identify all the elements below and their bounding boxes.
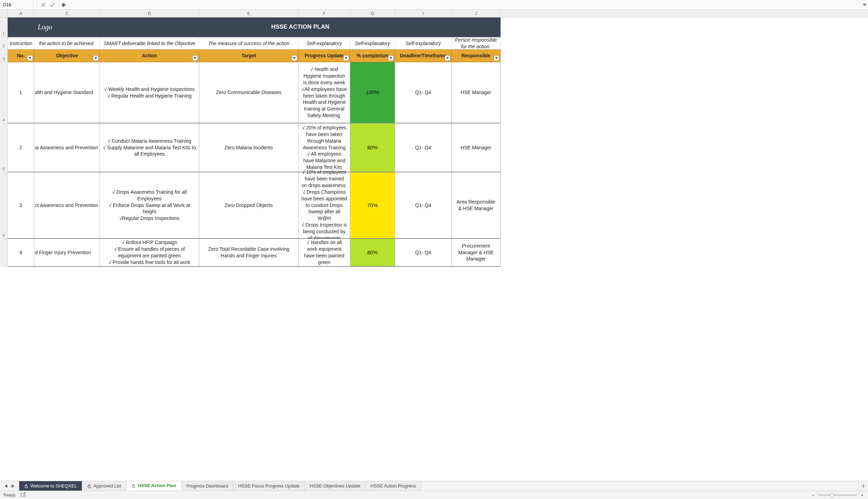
cell-progress[interactable]: √ 20% of employees have been taken throu… — [299, 123, 350, 172]
cell-deadline[interactable]: Q1- Q4 — [395, 172, 452, 239]
cell-no[interactable]: 4 — [8, 239, 34, 267]
filter-dropdown-icon[interactable] — [93, 55, 99, 61]
svg-rect-1 — [88, 486, 91, 488]
filter-dropdown-icon[interactable] — [292, 55, 297, 61]
row-header[interactable]: 6 — [0, 172, 8, 239]
cell-target[interactable]: Zero Total Recordable Case involving Han… — [199, 239, 299, 267]
hdr-responsible[interactable]: Responsible — [452, 50, 501, 62]
sheet-tab-label: HSSE Action Plan — [138, 483, 176, 488]
col-header-i[interactable]: I — [395, 10, 452, 17]
cell-action[interactable]: √ Conduct Malaria Awareness Training √ S… — [100, 123, 199, 172]
sheet-tab[interactable]: HSSE Action Progress — [366, 481, 421, 491]
sheet-tab[interactable]: HSSE Action Plan — [127, 481, 181, 491]
cell-completion[interactable]: 80% — [350, 239, 395, 267]
cell-completion[interactable]: 70% — [350, 172, 395, 239]
zoom-slider[interactable] — [818, 494, 857, 496]
cell-deadline[interactable]: Q1- Q4 — [395, 123, 452, 172]
cell-completion[interactable]: 80% — [350, 123, 395, 172]
instr-instruction-f: Self-explanatory — [299, 37, 350, 50]
cell-deadline[interactable]: Q1- Q4 — [395, 239, 452, 267]
hdr-action[interactable]: Action — [100, 50, 199, 62]
cell-responsible[interactable]: HSE Manager — [452, 123, 501, 172]
hdr-objective[interactable]: Objective — [34, 50, 100, 62]
cell-completion[interactable]: 100% — [350, 62, 395, 123]
zoom-control: − + — [811, 493, 865, 498]
name-box-input[interactable] — [3, 2, 62, 7]
name-box-wrap — [0, 0, 33, 9]
cell-responsible[interactable]: Procurement Manager & HSE Manager — [452, 239, 501, 267]
tab-prev-icon[interactable] — [3, 483, 9, 489]
sheet-tab[interactable]: Approved List — [82, 481, 127, 491]
cell-responsible[interactable]: HSE Manager — [452, 62, 501, 123]
col-header-j[interactable]: J — [452, 10, 501, 17]
cell-no[interactable]: 1 — [8, 62, 34, 123]
sheet-tab-bar: Welcome to SHEQXELApproved ListHSSE Acti… — [0, 481, 868, 491]
sheet-tab-label: Progress Dashboard — [186, 483, 228, 489]
name-box-steppers[interactable] — [62, 2, 65, 8]
instr-instruction-e: The measure of success of the action — [199, 37, 299, 50]
filter-dropdown-icon[interactable] — [445, 55, 450, 61]
row-header[interactable]: 3 — [0, 50, 8, 62]
sheet-tab-label: HSSE Focus Progress Update — [238, 483, 300, 489]
cell-deadline[interactable]: Q1- Q4 — [395, 62, 452, 123]
cell-target[interactable]: Zero Dropped Objects — [199, 172, 299, 239]
col-header-e[interactable]: E — [199, 10, 299, 17]
cell-objective[interactable]: ia Awareness and Prevention — [34, 123, 100, 172]
sheet-tab[interactable]: Progress Dashboard — [181, 481, 233, 491]
row-header[interactable]: 1 — [0, 17, 8, 37]
hdr-deadline[interactable]: Deadline/Timeframe — [395, 50, 452, 62]
zoom-in-button[interactable]: + — [860, 493, 865, 498]
tab-next-icon[interactable] — [10, 483, 16, 489]
cell-objective[interactable]: alth and Hygiene Standard — [34, 62, 100, 123]
instr-instruction-c: the action to be achieved. — [34, 37, 100, 50]
col-header-f[interactable]: F — [299, 10, 350, 17]
sheet-tab[interactable]: Welcome to SHEQXEL — [19, 481, 82, 491]
lock-icon — [131, 484, 136, 488]
cell-progress[interactable]: √ Health and Hygiene Inspection is done … — [299, 62, 350, 123]
row-header[interactable] — [0, 239, 8, 267]
row-header[interactable]: 2 — [0, 37, 8, 50]
filter-dropdown-icon[interactable] — [192, 55, 198, 61]
sheet-tab-label: HSSE Action Progress — [371, 483, 416, 489]
hdr-target[interactable]: Target — [199, 50, 299, 62]
cell-progress[interactable]: √ Handles on all work equipment have bee… — [299, 239, 350, 267]
column-headers: A C D E F G I J — [0, 10, 868, 17]
row-header[interactable]: 5 — [0, 123, 8, 172]
hdr-no[interactable]: No. — [8, 50, 34, 62]
filter-dropdown-icon[interactable] — [27, 55, 33, 61]
sheet-tab[interactable]: HSSE Objectives Update — [305, 481, 366, 491]
grid-scroller[interactable]: 1LogoHSSE ACTION PLAN2Instructionthe act… — [0, 17, 868, 481]
row-header[interactable]: 4 — [0, 62, 8, 123]
cell-progress[interactable]: √ 10% of employees have been trained on … — [299, 172, 350, 239]
cell-responsible[interactable]: Area Responsible & HSE Manager — [452, 172, 501, 239]
col-header-d[interactable]: D — [100, 10, 199, 17]
filter-dropdown-icon[interactable] — [343, 55, 349, 61]
lock-icon — [24, 484, 28, 488]
add-sheet-button[interactable] — [858, 481, 868, 491]
select-all-corner[interactable] — [0, 10, 8, 17]
formula-expand-icon[interactable] — [861, 3, 868, 6]
cell-action[interactable]: √ Weekly Health and Hygiene Inspections … — [100, 62, 199, 123]
svg-rect-3 — [21, 493, 24, 496]
cell-action[interactable]: √ Drops Awareness Training for all Emplo… — [100, 172, 199, 239]
col-header-a[interactable]: A — [8, 10, 34, 17]
cell-target[interactable]: Zero Malaria Incidents — [199, 123, 299, 172]
hdr-progress[interactable]: Progress Update — [299, 50, 350, 62]
sheet-tab-label: Approved List — [93, 483, 121, 489]
cell-no[interactable]: 2 — [8, 123, 34, 172]
col-header-g[interactable]: G — [350, 10, 395, 17]
col-header-c[interactable]: C — [34, 10, 100, 17]
filter-dropdown-icon[interactable] — [388, 55, 394, 61]
formula-input[interactable] — [72, 0, 861, 9]
accessibility-icon[interactable] — [21, 492, 26, 498]
cell-no[interactable]: 3 — [8, 172, 34, 239]
hdr-completion[interactable]: % completion — [350, 50, 395, 62]
cell-objective[interactable]: d Finger Injury Prevention — [34, 239, 100, 267]
cell-target[interactable]: Zero Communicable Diseases — [199, 62, 299, 123]
zoom-out-button[interactable]: − — [811, 493, 816, 498]
lock-icon — [87, 484, 91, 488]
cell-action[interactable]: √ Rollout HFIP Campaign √ Ensure all han… — [100, 239, 199, 267]
sheet-tab[interactable]: HSSE Focus Progress Update — [233, 481, 305, 491]
filter-dropdown-icon[interactable] — [494, 55, 499, 61]
cell-objective[interactable]: ct Awareness and Prevention — [34, 172, 100, 239]
